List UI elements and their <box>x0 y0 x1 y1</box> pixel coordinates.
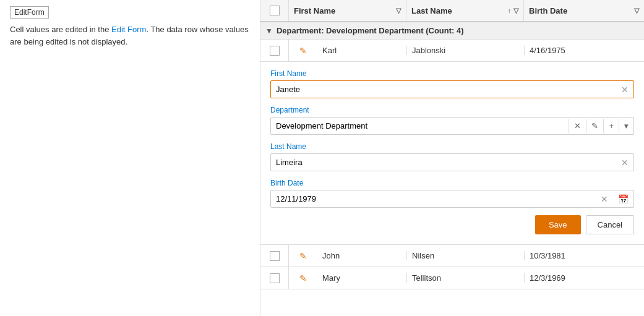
row3-edit-button[interactable]: ✎ <box>297 272 309 284</box>
row3-select-cell <box>260 267 289 289</box>
first-name-clear-icon[interactable]: ✕ <box>616 85 633 95</box>
birth-date-calendar-icon[interactable]: 📅 <box>613 194 633 204</box>
group-toggle-icon[interactable]: ▼ <box>265 27 273 35</box>
last-name-header-label: Last Name <box>411 6 507 15</box>
last-name-input[interactable] <box>271 154 616 171</box>
department-actions: ✕ ✎ + ▾ <box>569 119 633 133</box>
first-name-input[interactable] <box>271 81 616 98</box>
header-last-name: Last Name ↑ ▽ <box>406 0 524 21</box>
row1-last-name-cell: Jablonski <box>406 46 524 55</box>
department-clear-button[interactable]: ✕ <box>569 119 586 133</box>
row1-select-cell <box>260 40 289 61</box>
row3-checkbox[interactable] <box>270 273 280 283</box>
first-name-label: First Name <box>270 69 634 78</box>
row1-first-name-cell: Karl <box>317 46 406 55</box>
row3-first-name-cell: Mary <box>317 273 406 283</box>
birth-date-label: Birth Date <box>270 179 634 187</box>
table-row: ✎ John Nilsen 10/3/1981 <box>260 245 644 267</box>
department-edit-button[interactable]: ✎ <box>586 119 603 133</box>
row2-select-cell <box>260 245 289 267</box>
edit-form-badge: EditForm <box>10 6 49 19</box>
table-row: ✎ Mary Tellitson 12/3/1969 <box>260 267 644 289</box>
first-name-input-wrap: ✕ <box>270 80 634 98</box>
row1-checkbox[interactable] <box>270 46 280 56</box>
first-name-field: First Name ✕ <box>270 69 634 98</box>
row2-checkbox[interactable] <box>270 251 280 261</box>
row1-edit-button[interactable]: ✎ <box>297 45 309 57</box>
edit-form-link[interactable]: Edit Form <box>111 25 146 34</box>
birth-date-header-label: Birth Date <box>529 6 632 15</box>
birth-date-filter-icon[interactable]: ▽ <box>634 7 639 15</box>
description-text: Cell values are edited in the Edit Form.… <box>10 23 250 48</box>
birth-date-input[interactable] <box>271 190 596 207</box>
select-all-checkbox[interactable] <box>270 6 280 15</box>
row3-edit-cell: ✎ <box>289 272 317 284</box>
department-add-button[interactable]: + <box>603 119 619 133</box>
row2-edit-cell: ✎ <box>289 250 317 262</box>
form-buttons: Save Cancel <box>270 215 634 234</box>
row2-birth-date-cell: 10/3/1981 <box>524 251 644 260</box>
header-first-name: First Name ▽ <box>289 0 406 21</box>
right-panel: First Name ▽ Last Name ↑ ▽ Birth Date ▽ … <box>260 0 644 316</box>
department-field: Department ✕ ✎ + ▾ <box>270 106 634 135</box>
first-name-header-label: First Name <box>294 6 393 15</box>
last-name-field: Last Name ✕ <box>270 142 634 171</box>
first-name-filter-icon[interactable]: ▽ <box>396 7 401 15</box>
birth-date-field: Birth Date ✕ 📅 <box>270 179 634 208</box>
birth-date-clear-icon[interactable]: ✕ <box>596 194 613 204</box>
last-name-clear-icon[interactable]: ✕ <box>616 158 633 168</box>
header-select-col <box>260 0 289 21</box>
group-row: ▼ Department: Development Department (Co… <box>260 22 644 40</box>
department-input-wrap: ✕ ✎ + ▾ <box>270 117 634 135</box>
grid-body: ▼ Department: Development Department (Co… <box>260 22 644 316</box>
row3-last-name-cell: Tellitson <box>406 273 524 283</box>
row1-edit-cell: ✎ <box>289 45 317 57</box>
cancel-button[interactable]: Cancel <box>586 215 634 234</box>
table-row: ✎ Karl Jablonski 4/16/1975 <box>260 40 644 62</box>
group-row-label: Department: Development Department (Coun… <box>277 26 464 35</box>
last-name-label: Last Name <box>270 142 634 151</box>
left-panel: EditForm Cell values are edited in the E… <box>0 0 260 316</box>
row2-last-name-cell: Nilsen <box>406 251 524 260</box>
row1-birth-date-cell: 4/16/1975 <box>524 46 644 55</box>
row2-first-name-cell: John <box>317 251 406 260</box>
last-name-filter-icon[interactable]: ▽ <box>513 7 518 15</box>
grid-header: First Name ▽ Last Name ↑ ▽ Birth Date ▽ <box>260 0 644 22</box>
row3-birth-date-cell: 12/3/1969 <box>524 273 644 283</box>
header-birth-date: Birth Date ▽ <box>524 0 644 21</box>
department-input[interactable] <box>271 117 569 134</box>
last-name-input-wrap: ✕ <box>270 153 634 171</box>
save-button[interactable]: Save <box>535 215 581 234</box>
row2-edit-button[interactable]: ✎ <box>297 250 309 262</box>
department-label: Department <box>270 106 634 114</box>
birth-date-input-wrap: ✕ 📅 <box>270 190 634 208</box>
department-dropdown-button[interactable]: ▾ <box>619 119 633 133</box>
last-name-sort-icon[interactable]: ↑ <box>508 7 512 14</box>
inline-edit-form: First Name ✕ Department ✕ ✎ + ▾ <box>260 62 644 245</box>
